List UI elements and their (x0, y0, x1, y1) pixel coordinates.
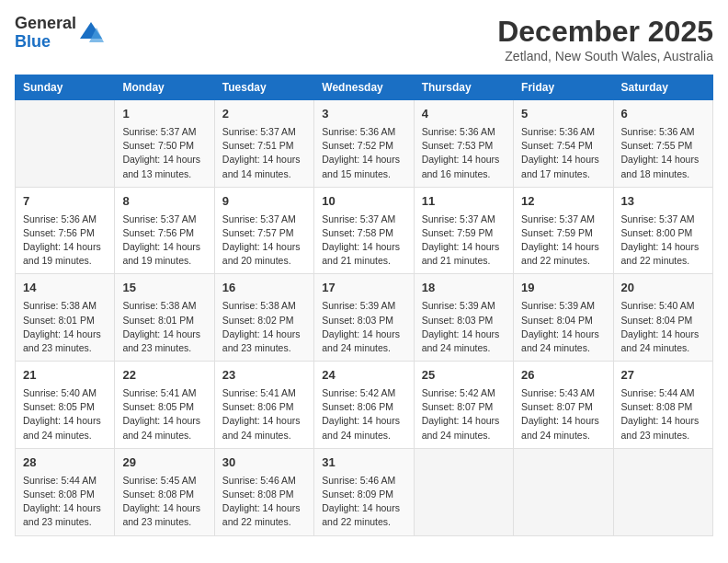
calendar-week-row: 1Sunrise: 5:37 AM Sunset: 7:50 PM Daylig… (16, 100, 713, 188)
day-info: Sunrise: 5:37 AM Sunset: 7:50 PM Dayligh… (122, 125, 206, 181)
day-info: Sunrise: 5:38 AM Sunset: 8:01 PM Dayligh… (122, 299, 206, 355)
weekday-header: Friday (514, 75, 613, 100)
calendar-cell: 29Sunrise: 5:45 AM Sunset: 8:08 PM Dayli… (115, 448, 214, 535)
day-info: Sunrise: 5:40 AM Sunset: 8:04 PM Dayligh… (621, 299, 705, 355)
calendar-cell (16, 100, 115, 188)
day-info: Sunrise: 5:36 AM Sunset: 7:54 PM Dayligh… (521, 125, 605, 181)
day-info: Sunrise: 5:37 AM Sunset: 7:58 PM Dayligh… (322, 213, 405, 269)
day-number: 22 (122, 367, 206, 385)
day-number: 27 (621, 367, 705, 385)
calendar-cell: 19Sunrise: 5:39 AM Sunset: 8:04 PM Dayli… (514, 274, 613, 362)
calendar-cell: 14Sunrise: 5:38 AM Sunset: 8:01 PM Dayli… (16, 274, 115, 362)
calendar-table: SundayMondayTuesdayWednesdayThursdayFrid… (15, 75, 713, 536)
day-info: Sunrise: 5:46 AM Sunset: 8:09 PM Dayligh… (322, 474, 405, 530)
calendar-cell: 21Sunrise: 5:40 AM Sunset: 8:05 PM Dayli… (16, 362, 115, 449)
weekday-header: Thursday (414, 75, 513, 100)
day-number: 30 (222, 454, 306, 472)
day-info: Sunrise: 5:38 AM Sunset: 8:02 PM Dayligh… (222, 299, 306, 355)
month-title: December 2025 (497, 15, 713, 49)
weekday-header: Monday (115, 75, 214, 100)
calendar-cell (613, 448, 712, 535)
calendar-cell (514, 448, 613, 535)
day-number: 29 (122, 454, 206, 472)
day-info: Sunrise: 5:44 AM Sunset: 8:08 PM Dayligh… (621, 386, 705, 442)
calendar-cell: 26Sunrise: 5:43 AM Sunset: 8:07 PM Dayli… (514, 362, 613, 449)
calendar-cell: 17Sunrise: 5:39 AM Sunset: 8:03 PM Dayli… (314, 274, 414, 362)
calendar-cell: 2Sunrise: 5:37 AM Sunset: 7:51 PM Daylig… (214, 100, 313, 188)
day-info: Sunrise: 5:36 AM Sunset: 7:52 PM Dayligh… (322, 125, 405, 181)
day-number: 9 (222, 193, 306, 211)
day-number: 13 (621, 193, 705, 211)
day-info: Sunrise: 5:42 AM Sunset: 8:07 PM Dayligh… (422, 386, 506, 442)
day-info: Sunrise: 5:42 AM Sunset: 8:06 PM Dayligh… (322, 386, 405, 442)
day-number: 14 (23, 280, 107, 297)
calendar-cell: 3Sunrise: 5:36 AM Sunset: 7:52 PM Daylig… (314, 100, 414, 188)
day-number: 25 (422, 367, 506, 385)
day-info: Sunrise: 5:44 AM Sunset: 8:08 PM Dayligh… (23, 474, 107, 530)
day-number: 24 (322, 367, 405, 385)
calendar-cell: 27Sunrise: 5:44 AM Sunset: 8:08 PM Dayli… (613, 362, 712, 449)
day-number: 17 (322, 280, 405, 297)
calendar-cell: 4Sunrise: 5:36 AM Sunset: 7:53 PM Daylig… (414, 100, 513, 188)
day-number: 19 (521, 280, 605, 297)
calendar-cell: 15Sunrise: 5:38 AM Sunset: 8:01 PM Dayli… (115, 274, 214, 362)
title-block: December 2025 Zetland, New South Wales, … (497, 15, 713, 63)
day-number: 7 (23, 193, 107, 211)
day-number: 8 (122, 193, 206, 211)
day-number: 23 (222, 367, 306, 385)
day-info: Sunrise: 5:36 AM Sunset: 7:55 PM Dayligh… (621, 125, 705, 181)
day-info: Sunrise: 5:36 AM Sunset: 7:53 PM Dayligh… (422, 125, 506, 181)
day-info: Sunrise: 5:41 AM Sunset: 8:05 PM Dayligh… (122, 386, 206, 442)
day-info: Sunrise: 5:43 AM Sunset: 8:07 PM Dayligh… (521, 386, 605, 442)
logo: General Blue (15, 15, 104, 52)
day-number: 18 (422, 280, 506, 297)
day-number: 3 (322, 106, 405, 123)
logo-icon (78, 20, 104, 46)
calendar-cell: 24Sunrise: 5:42 AM Sunset: 8:06 PM Dayli… (314, 362, 414, 449)
day-number: 11 (422, 193, 506, 211)
day-number: 1 (122, 106, 206, 123)
calendar-cell: 23Sunrise: 5:41 AM Sunset: 8:06 PM Dayli… (214, 362, 313, 449)
calendar-cell: 28Sunrise: 5:44 AM Sunset: 8:08 PM Dayli… (16, 448, 115, 535)
location: Zetland, New South Wales, Australia (497, 49, 713, 63)
calendar-cell: 20Sunrise: 5:40 AM Sunset: 8:04 PM Dayli… (613, 274, 712, 362)
day-number: 26 (521, 367, 605, 385)
calendar-week-row: 7Sunrise: 5:36 AM Sunset: 7:56 PM Daylig… (16, 187, 713, 274)
day-info: Sunrise: 5:36 AM Sunset: 7:56 PM Dayligh… (23, 213, 107, 269)
day-info: Sunrise: 5:37 AM Sunset: 7:59 PM Dayligh… (521, 213, 605, 269)
day-number: 28 (23, 454, 107, 472)
day-number: 12 (521, 193, 605, 211)
calendar-cell: 12Sunrise: 5:37 AM Sunset: 7:59 PM Dayli… (514, 187, 613, 274)
calendar-cell: 9Sunrise: 5:37 AM Sunset: 7:57 PM Daylig… (214, 187, 313, 274)
calendar-week-row: 14Sunrise: 5:38 AM Sunset: 8:01 PM Dayli… (16, 274, 713, 362)
day-info: Sunrise: 5:39 AM Sunset: 8:03 PM Dayligh… (422, 299, 506, 355)
day-number: 21 (23, 367, 107, 385)
calendar-cell: 16Sunrise: 5:38 AM Sunset: 8:02 PM Dayli… (214, 274, 313, 362)
day-number: 6 (621, 106, 705, 123)
day-number: 15 (122, 280, 206, 297)
day-info: Sunrise: 5:37 AM Sunset: 7:51 PM Dayligh… (222, 125, 306, 181)
calendar-cell: 6Sunrise: 5:36 AM Sunset: 7:55 PM Daylig… (613, 100, 712, 188)
calendar-cell (414, 448, 513, 535)
day-info: Sunrise: 5:37 AM Sunset: 7:59 PM Dayligh… (422, 213, 506, 269)
calendar-cell: 13Sunrise: 5:37 AM Sunset: 8:00 PM Dayli… (613, 187, 712, 274)
day-info: Sunrise: 5:40 AM Sunset: 8:05 PM Dayligh… (23, 386, 107, 442)
calendar-cell: 30Sunrise: 5:46 AM Sunset: 8:08 PM Dayli… (214, 448, 313, 535)
day-info: Sunrise: 5:38 AM Sunset: 8:01 PM Dayligh… (23, 299, 107, 355)
day-number: 4 (422, 106, 506, 123)
day-info: Sunrise: 5:41 AM Sunset: 8:06 PM Dayligh… (222, 386, 306, 442)
day-number: 20 (621, 280, 705, 297)
day-info: Sunrise: 5:37 AM Sunset: 8:00 PM Dayligh… (621, 213, 705, 269)
calendar-cell: 22Sunrise: 5:41 AM Sunset: 8:05 PM Dayli… (115, 362, 214, 449)
day-info: Sunrise: 5:39 AM Sunset: 8:04 PM Dayligh… (521, 299, 605, 355)
day-info: Sunrise: 5:45 AM Sunset: 8:08 PM Dayligh… (122, 474, 206, 530)
calendar-cell: 5Sunrise: 5:36 AM Sunset: 7:54 PM Daylig… (514, 100, 613, 188)
day-info: Sunrise: 5:37 AM Sunset: 7:56 PM Dayligh… (122, 213, 206, 269)
day-info: Sunrise: 5:39 AM Sunset: 8:03 PM Dayligh… (322, 299, 405, 355)
calendar-cell: 25Sunrise: 5:42 AM Sunset: 8:07 PM Dayli… (414, 362, 513, 449)
day-number: 16 (222, 280, 306, 297)
logo-general: General (15, 15, 76, 33)
page-header: General Blue December 2025 Zetland, New … (15, 15, 713, 63)
calendar-cell: 1Sunrise: 5:37 AM Sunset: 7:50 PM Daylig… (115, 100, 214, 188)
day-info: Sunrise: 5:46 AM Sunset: 8:08 PM Dayligh… (222, 474, 306, 530)
